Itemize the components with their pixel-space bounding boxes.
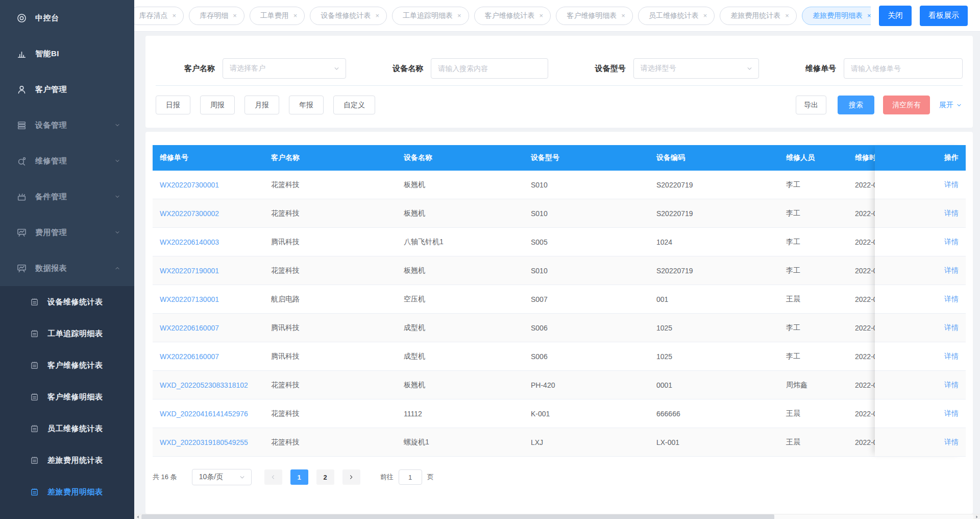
clear-all-button[interactable]: 清空所有 xyxy=(883,96,930,114)
period-button-0[interactable]: 日报 xyxy=(156,96,190,114)
cell-code: 001 xyxy=(649,295,779,303)
next-page-button[interactable] xyxy=(342,469,360,485)
sidebar-item-console[interactable]: 中控台 xyxy=(0,0,134,36)
sidebar-item-data-report[interactable]: 数据报表 xyxy=(0,250,134,286)
expand-toggle[interactable]: 展开 xyxy=(939,101,963,110)
order-no-link[interactable]: WX202207300002 xyxy=(153,209,264,218)
close-tab-icon[interactable]: × xyxy=(703,12,707,19)
order-no-link[interactable]: WX202207130001 xyxy=(153,295,264,303)
chevron-down-icon xyxy=(955,102,963,109)
model-select[interactable]: 请选择型号 xyxy=(633,58,759,79)
filter-label: 维修单号 xyxy=(805,64,836,74)
order-no-input[interactable] xyxy=(844,58,963,79)
sidebar-subitem-travel-expense-detail[interactable]: 差旅费用明细表 xyxy=(0,476,134,508)
close-button[interactable]: 关闭 xyxy=(879,6,912,26)
order-no-link[interactable]: WXD_20220416141452976 xyxy=(153,410,264,418)
customer-icon xyxy=(16,84,27,95)
filter-label: 客户名称 xyxy=(184,64,215,74)
data-table: 维修单号客户名称设备名称设备型号设备编码维修人员维修时间 WX202207300… xyxy=(153,145,966,457)
cell-model: S010 xyxy=(524,267,649,275)
sidebar-item-expense-mgmt[interactable]: 费用管理 xyxy=(0,215,134,250)
tab-7[interactable]: 员工维修统计表× xyxy=(638,7,715,25)
close-tab-icon[interactable]: × xyxy=(375,12,379,19)
close-tab-icon[interactable]: × xyxy=(293,12,298,19)
tab-label: 客户维修统计表 xyxy=(485,11,535,20)
tab-6[interactable]: 客户维修明细表× xyxy=(556,7,633,25)
tab-1[interactable]: 库存明细× xyxy=(189,7,244,25)
sidebar-menu: 中控台智能BI客户管理设备管理维修管理备件管理费用管理数据报表 xyxy=(0,0,134,286)
select-placeholder: 请选择型号 xyxy=(641,64,746,73)
page-button-2[interactable]: 2 xyxy=(316,469,334,485)
chevron-up-icon xyxy=(114,265,121,272)
column-header: 客户名称 xyxy=(264,153,397,162)
period-button-2[interactable]: 月报 xyxy=(244,96,279,114)
detail-link[interactable]: 详情 xyxy=(944,209,959,218)
sidebar-item-label: 智能BI xyxy=(35,49,59,59)
detail-link[interactable]: 详情 xyxy=(944,438,959,447)
page-button-1[interactable]: 1 xyxy=(290,469,308,485)
tab-2[interactable]: 工单费用× xyxy=(250,7,305,25)
sidebar-item-parts-mgmt[interactable]: 备件管理 xyxy=(0,179,134,215)
sidebar-subitem-customer-repair-stats[interactable]: 客户维修统计表 xyxy=(0,349,134,381)
order-no-link[interactable]: WX202206160007 xyxy=(153,324,264,332)
close-tab-icon[interactable]: × xyxy=(457,12,461,19)
close-tab-icon[interactable]: × xyxy=(173,12,177,19)
customer-select[interactable]: 请选择客户 xyxy=(223,58,346,79)
period-button-3[interactable]: 年报 xyxy=(289,96,324,114)
detail-link[interactable]: 详情 xyxy=(944,266,959,275)
detail-link[interactable]: 详情 xyxy=(944,323,959,333)
scrollbar-thumb[interactable] xyxy=(141,514,774,519)
order-no-link[interactable]: WX202207190001 xyxy=(153,267,264,275)
action-cell: 详情 xyxy=(875,285,966,314)
cell-code: 1025 xyxy=(649,352,779,361)
close-tab-icon[interactable]: × xyxy=(233,12,237,19)
scroll-left-arrow[interactable] xyxy=(134,514,141,519)
sidebar-item-smart-bi[interactable]: 智能BI xyxy=(0,36,134,72)
sidebar-subitem-label: 员工维修统计表 xyxy=(47,424,103,434)
sidebar-subitem-device-repair-stats[interactable]: 设备维修统计表 xyxy=(0,286,134,318)
detail-link[interactable]: 详情 xyxy=(944,180,959,190)
detail-link[interactable]: 详情 xyxy=(944,409,959,418)
detail-link[interactable]: 详情 xyxy=(944,352,959,361)
sidebar-subitem-customer-repair-detail[interactable]: 客户维修明细表 xyxy=(0,381,134,413)
main-column: ×库存清点×库存明细×工单费用×设备维修统计表×工单追踪明细表×客户维修统计表×… xyxy=(134,0,980,519)
tab-8[interactable]: 差旅费用统计表× xyxy=(720,7,797,25)
detail-link[interactable]: 详情 xyxy=(944,238,959,247)
goto-page-input[interactable] xyxy=(399,469,422,485)
board-display-button[interactable]: 看板展示 xyxy=(920,6,968,26)
tab-5[interactable]: 客户维修统计表× xyxy=(474,7,551,25)
sidebar-subitem-travel-expense-stats[interactable]: 差旅费用统计表 xyxy=(0,444,134,476)
detail-link[interactable]: 详情 xyxy=(944,381,959,390)
scroll-right-arrow[interactable] xyxy=(973,514,980,519)
order-no-link[interactable]: WX202206140003 xyxy=(153,238,264,246)
order-no-link[interactable]: WXD_20220523083318102 xyxy=(153,381,264,389)
period-button-1[interactable]: 周报 xyxy=(200,96,235,114)
tab-4[interactable]: 工单追踪明细表× xyxy=(392,7,469,25)
order-no-link[interactable]: WX202207300001 xyxy=(153,181,264,189)
search-button[interactable]: 搜索 xyxy=(838,96,874,114)
sidebar-item-customer-mgmt[interactable]: 客户管理 xyxy=(0,72,134,107)
order-no-link[interactable]: WX202206160007 xyxy=(153,352,264,361)
device-name-input[interactable] xyxy=(431,58,548,79)
close-tab-icon[interactable]: × xyxy=(540,12,544,19)
period-button-4[interactable]: 自定义 xyxy=(333,96,375,114)
sidebar-subitem-staff-repair-stats[interactable]: 员工维修统计表 xyxy=(0,413,134,444)
tab-3[interactable]: 设备维修统计表× xyxy=(310,7,387,25)
sidebar-subitem-workorder-trace-detail[interactable]: 工单追踪明细表 xyxy=(0,318,134,349)
export-button[interactable]: 导出 xyxy=(796,96,826,114)
tab-0[interactable]: 库存清点× xyxy=(134,7,184,25)
detail-link[interactable]: 详情 xyxy=(944,295,959,304)
sidebar-item-device-mgmt[interactable]: 设备管理 xyxy=(0,107,134,143)
cell-device: 板翘机 xyxy=(397,266,524,275)
column-header: 设备名称 xyxy=(397,153,524,162)
sidebar-item-repair-mgmt[interactable]: 维修管理 xyxy=(0,143,134,179)
table-panel: 维修单号客户名称设备名称设备型号设备编码维修人员维修时间 WX202207300… xyxy=(145,132,973,514)
page-size-select[interactable]: 10条/页 xyxy=(192,469,252,485)
order-no-link[interactable]: WXD_20220319180549255 xyxy=(153,438,264,446)
close-tab-icon[interactable]: × xyxy=(785,12,789,19)
action-cell: 详情 xyxy=(875,428,966,457)
close-tab-icon[interactable]: × xyxy=(621,12,625,19)
close-tab-icon[interactable]: × xyxy=(867,12,871,19)
prev-page-button[interactable] xyxy=(264,469,282,485)
tab-active[interactable]: 差旅费用明细表× xyxy=(802,7,871,25)
